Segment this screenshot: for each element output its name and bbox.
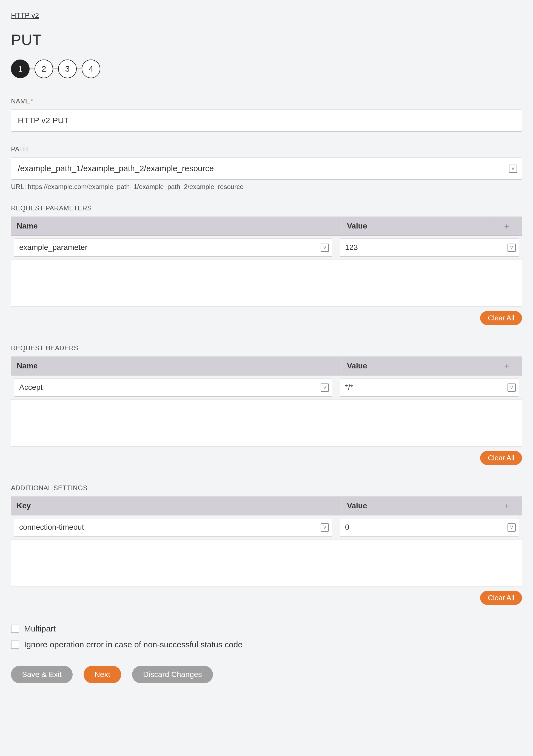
discard-changes-button[interactable]: Discard Changes bbox=[132, 666, 213, 683]
ignore-error-checkbox[interactable] bbox=[11, 640, 19, 649]
required-indicator: * bbox=[30, 97, 33, 105]
params-clear-all-button[interactable]: Clear All bbox=[480, 311, 522, 325]
helper-url: https://example.com/example_path_1/examp… bbox=[28, 183, 243, 190]
step-4[interactable]: 4 bbox=[82, 60, 100, 78]
params-col-name: Name bbox=[11, 217, 342, 235]
multipart-checkbox[interactable] bbox=[11, 625, 19, 633]
step-connector bbox=[30, 68, 35, 69]
settings-empty-space bbox=[11, 540, 522, 586]
multipart-label: Multipart bbox=[24, 624, 56, 634]
params-add-button[interactable]: + bbox=[492, 217, 522, 235]
headers-add-button[interactable]: + bbox=[492, 357, 522, 375]
additional-settings-table: Key Value + V V bbox=[11, 496, 522, 586]
headers-col-value: Value bbox=[342, 357, 492, 375]
param-name-input[interactable] bbox=[14, 238, 332, 257]
step-3[interactable]: 3 bbox=[58, 60, 77, 78]
header-value-input[interactable] bbox=[340, 378, 519, 397]
variable-icon[interactable]: V bbox=[509, 165, 517, 173]
path-url-helper: URL: https://example.com/example_path_1/… bbox=[11, 183, 522, 191]
table-row: V V bbox=[11, 376, 522, 400]
headers-col-name: Name bbox=[11, 357, 342, 375]
settings-col-key: Key bbox=[11, 497, 342, 515]
variable-icon[interactable]: V bbox=[320, 524, 329, 532]
variable-icon[interactable]: V bbox=[320, 244, 329, 252]
additional-settings-label: ADDITIONAL SETTINGS bbox=[11, 484, 522, 492]
footer-actions: Save & Exit Next Discard Changes bbox=[11, 666, 522, 683]
name-label-text: NAME bbox=[11, 97, 30, 105]
ignore-error-label: Ignore operation error in case of non-su… bbox=[24, 640, 242, 649]
save-exit-button[interactable]: Save & Exit bbox=[11, 666, 73, 683]
name-input[interactable] bbox=[11, 109, 522, 132]
variable-icon[interactable]: V bbox=[320, 384, 329, 392]
setting-key-input[interactable] bbox=[14, 518, 332, 537]
step-connector bbox=[77, 68, 82, 69]
next-button[interactable]: Next bbox=[84, 666, 121, 683]
header-name-input[interactable] bbox=[14, 378, 332, 397]
request-headers-label: REQUEST HEADERS bbox=[11, 344, 522, 352]
step-1[interactable]: 1 bbox=[11, 60, 30, 78]
path-input[interactable] bbox=[11, 157, 522, 180]
settings-add-button[interactable]: + bbox=[492, 497, 522, 515]
variable-icon[interactable]: V bbox=[508, 524, 516, 532]
request-parameters-label: REQUEST PARAMETERS bbox=[11, 204, 522, 212]
params-col-value: Value bbox=[342, 217, 492, 235]
variable-icon[interactable]: V bbox=[508, 244, 516, 252]
step-connector bbox=[53, 68, 58, 69]
table-row: V V bbox=[11, 236, 522, 260]
stepper: 1 2 3 4 bbox=[11, 60, 522, 78]
helper-prefix: URL: bbox=[11, 183, 28, 190]
table-row: V V bbox=[11, 515, 522, 540]
headers-empty-space bbox=[11, 400, 522, 446]
setting-value-input[interactable] bbox=[340, 518, 519, 537]
step-2[interactable]: 2 bbox=[35, 60, 53, 78]
params-empty-space bbox=[11, 260, 522, 307]
page-title: PUT bbox=[11, 31, 522, 48]
name-label: NAME* bbox=[11, 97, 522, 105]
request-parameters-table: Name Value + V V bbox=[11, 216, 522, 307]
headers-clear-all-button[interactable]: Clear All bbox=[480, 451, 522, 465]
path-label: PATH bbox=[11, 146, 522, 153]
variable-icon[interactable]: V bbox=[508, 384, 516, 392]
settings-col-value: Value bbox=[342, 497, 492, 515]
settings-clear-all-button[interactable]: Clear All bbox=[480, 591, 522, 605]
param-value-input[interactable] bbox=[340, 238, 519, 257]
breadcrumb-link[interactable]: HTTP v2 bbox=[11, 11, 39, 20]
request-headers-table: Name Value + V V bbox=[11, 356, 522, 446]
